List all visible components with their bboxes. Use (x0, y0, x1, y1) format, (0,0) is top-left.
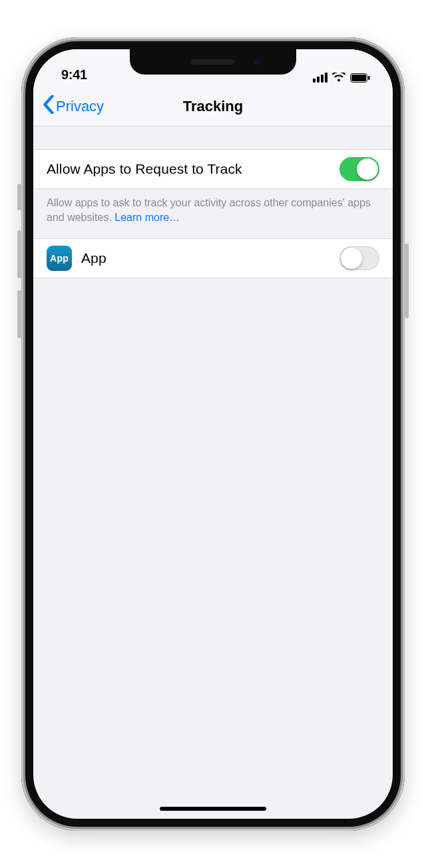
app-tracking-toggle[interactable] (339, 246, 379, 270)
power-button (405, 244, 409, 318)
status-time: 9:41 (61, 67, 87, 83)
wifi-icon (332, 73, 345, 83)
allow-apps-footer: Allow apps to ask to track your activity… (33, 189, 393, 238)
back-button[interactable]: Privacy (39, 87, 108, 126)
app-icon: App (47, 246, 72, 271)
cellular-icon (313, 73, 327, 83)
chevron-left-icon (43, 95, 55, 118)
mute-switch (17, 184, 21, 210)
notch (130, 49, 296, 75)
volume-up-button (17, 230, 21, 278)
allow-apps-label: Allow Apps to Request to Track (47, 161, 330, 177)
nav-bar: Privacy Tracking (33, 87, 393, 126)
back-label: Privacy (56, 98, 104, 115)
svg-rect-1 (351, 75, 366, 81)
device-stage: 9:41 Privacy (0, 0, 426, 868)
content: Allow Apps to Request to Track Allow app… (33, 126, 393, 278)
learn-more-link[interactable]: Learn more… (114, 212, 180, 223)
allow-apps-toggle[interactable] (339, 157, 379, 181)
page-title: Tracking (183, 98, 243, 115)
home-indicator[interactable] (160, 807, 266, 811)
volume-down-button (17, 290, 21, 338)
app-tracking-row: App App (33, 238, 393, 278)
phone-frame: 9:41 Privacy (21, 37, 405, 831)
allow-apps-to-request-row: Allow Apps to Request to Track (33, 149, 393, 189)
battery-icon (350, 73, 370, 83)
footer-text: Allow apps to ask to track your activity… (47, 197, 371, 223)
front-camera (252, 57, 262, 67)
speaker-grille (191, 59, 235, 65)
status-indicators (313, 73, 370, 83)
screen: 9:41 Privacy (33, 49, 393, 819)
app-name-label: App (81, 250, 330, 266)
svg-rect-2 (368, 76, 370, 80)
